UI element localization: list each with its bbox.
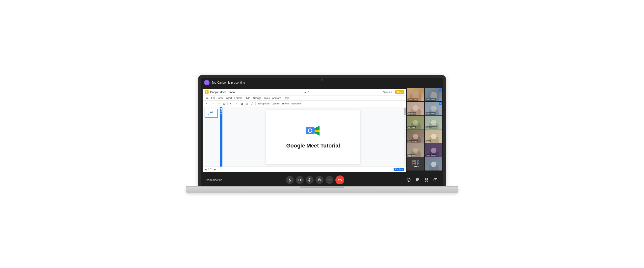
main-slide: Google Meet Tutorial [266, 110, 360, 164]
share-button[interactable]: Share [395, 90, 404, 94]
others-avatars [412, 160, 420, 165]
info-button[interactable] [405, 176, 412, 183]
participant-row-6: 6 others [407, 157, 442, 171]
toolbar-add[interactable]: + [204, 101, 208, 106]
menu-arrange[interactable]: Arrange [253, 97, 262, 99]
mini-avatar-1 [412, 160, 414, 162]
meet-right-controls [405, 176, 439, 183]
slides-bottom-bar: ◀ 1 / 1 ▶ Explore [202, 167, 406, 172]
slides-panel[interactable]: Google Meet Tutorial [202, 107, 220, 167]
participant-tile-12[interactable] [425, 157, 442, 171]
participant-row-2: Natalie Yu Joe Carlson [407, 102, 442, 115]
prev-slide-btn[interactable]: ◀ [204, 168, 206, 171]
toolbar-image[interactable]: 🖼 [239, 101, 244, 106]
meeting-name: Team meeting [205, 178, 225, 181]
menu-format[interactable]: Format [234, 97, 242, 99]
slides-menu-bar: File Edit View Insert Format Slide Arran… [202, 96, 406, 101]
camera-button[interactable] [296, 176, 304, 184]
end-call-button[interactable] [336, 175, 344, 184]
mini-avatar-6 [416, 162, 419, 165]
google-meet-logo [306, 125, 320, 139]
participant-name-2: Joe Carlson [426, 98, 436, 101]
menu-help[interactable]: Help [284, 97, 289, 99]
participant-tile-8[interactable]: Maria [425, 129, 442, 143]
activities-button[interactable] [423, 176, 430, 183]
menu-slide[interactable]: Slide [245, 97, 250, 99]
toolbar-select[interactable]: ↖ [229, 101, 233, 106]
next-slide-btn[interactable]: ▶ [214, 168, 216, 171]
menu-edit[interactable]: Edit [211, 97, 215, 99]
toolbar-line[interactable]: ╱ [250, 101, 254, 106]
layout-label: Layout▾ [272, 102, 280, 105]
side-strip [220, 107, 222, 167]
toolbar-print[interactable]: 🖨 [222, 101, 226, 106]
participant-tile-9[interactable]: Lucy Lee [407, 143, 424, 157]
participant-name-7: Beth Michael [408, 140, 418, 142]
participant-tile-6[interactable]: Lisa Peterson [425, 116, 442, 129]
toolbar-text[interactable]: T [234, 101, 238, 106]
participant-row-5: Lucy Lee Hugo Novak [407, 143, 442, 157]
screen-bezel: J Joe Carlson is presenting [201, 78, 443, 186]
meet-bottom-bar: Team meeting [201, 174, 443, 186]
participant-tile-5[interactable]: Ian Singh [407, 116, 424, 129]
laptop-screen-shell: J Joe Carlson is presenting [198, 75, 446, 186]
svg-point-19 [328, 179, 329, 180]
svg-point-25 [416, 178, 418, 180]
laptop-camera [321, 79, 323, 81]
toolbar-sep-1 [210, 102, 210, 105]
scroll-bar[interactable] [404, 107, 406, 167]
svg-point-20 [329, 179, 330, 180]
svg-rect-3 [206, 92, 207, 93]
svg-rect-11 [289, 178, 290, 180]
menu-addons[interactable]: Add-ons [272, 97, 282, 99]
others-tile[interactable]: 6 others [407, 157, 424, 171]
participant-tile-4[interactable]: Joe Carlson [425, 102, 442, 115]
svg-rect-1 [206, 91, 207, 92]
svg-rect-28 [425, 180, 426, 181]
mic-button[interactable] [286, 176, 294, 184]
share-screen-button[interactable] [432, 176, 439, 183]
toolbar-shape[interactable]: ◻ [244, 101, 249, 106]
participant-tile-10[interactable]: Hugo Novak [425, 143, 442, 157]
meet-app: J Joe Carlson is presenting [201, 78, 443, 186]
mini-avatar-4 [412, 162, 414, 165]
slides-content: Google Meet Tutorial [202, 107, 406, 167]
side-dot-1 [220, 108, 222, 110]
side-dot-2 [220, 110, 222, 112]
toolbar-sep-2 [228, 102, 228, 105]
more-options-button[interactable] [326, 176, 334, 184]
participants-button[interactable] [414, 176, 421, 183]
raise-hand-button[interactable] [316, 176, 324, 184]
side-dot-3 [220, 113, 222, 114]
slides-toolbar: + ↩ ↪ 🖨 ↖ T 🖼 ◻ ╱ [202, 101, 406, 107]
slides-nav-icons: ◀ 1 / 1 ▶ [204, 168, 216, 171]
participant-row-1: Chris Burns Joe Carlson [407, 88, 442, 101]
participants-grid: Chris Burns Joe Carlson [406, 87, 443, 174]
menu-view[interactable]: View [218, 97, 223, 99]
toolbar-undo[interactable]: ↩ [211, 101, 216, 106]
theme-label: Theme [282, 102, 289, 105]
participant-badge-2 [439, 88, 442, 91]
explore-button[interactable]: Explore [394, 168, 404, 171]
participant-tile-7[interactable]: Beth Michael [407, 129, 424, 143]
present-button[interactable]: Present ▾ [381, 90, 394, 94]
scroll-thumb[interactable] [404, 108, 406, 115]
emoji-button[interactable] [306, 176, 314, 184]
participant-tile-1[interactable]: Chris Burns [407, 88, 424, 101]
toolbar-redo[interactable]: ↪ [216, 101, 221, 106]
participant-tile-2[interactable]: Joe Carlson [425, 88, 442, 101]
participant-name-4: Joe Carlson [426, 112, 436, 115]
participant-name-8: Maria [426, 140, 431, 142]
menu-insert[interactable]: Insert [226, 97, 232, 99]
svg-rect-2 [206, 92, 207, 92]
menu-file[interactable]: File [204, 97, 208, 99]
slides-app: Google Meet Tutorial ☁ ↗ ⋯ Present ▾ Sha… [202, 89, 406, 172]
participant-name-10: Hugo Novak [426, 154, 436, 156]
slide-thumbnail-1[interactable]: Google Meet Tutorial [204, 109, 218, 118]
svg-marker-5 [212, 111, 212, 113]
participant-tile-3[interactable]: Natalie Yu [407, 102, 424, 115]
menu-tools[interactable]: Tools [264, 97, 270, 99]
svg-rect-27 [427, 178, 428, 180]
participant-name-5: Ian Singh [408, 126, 416, 128]
svg-point-8 [308, 129, 312, 132]
